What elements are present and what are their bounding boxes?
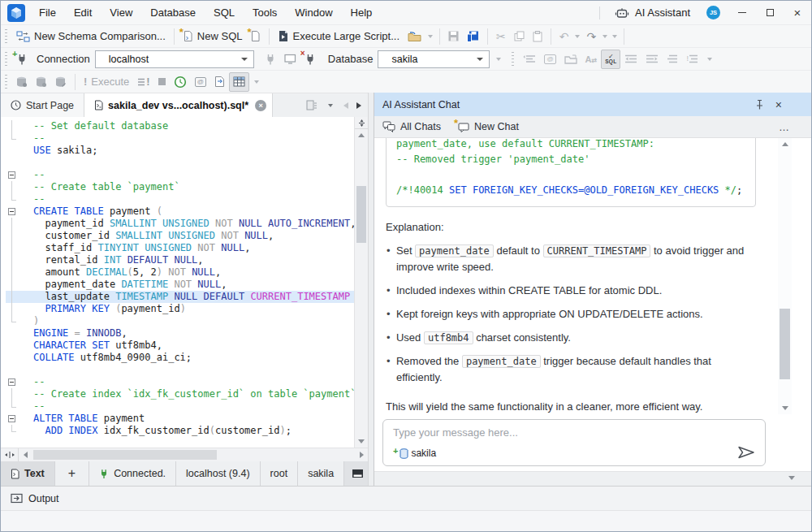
context-chip[interactable]: + sakila [393,448,436,459]
toolbar-overflow-dropdown[interactable] [707,58,712,61]
new-schema-comparison-button[interactable]: New Schema Comparison... [12,27,170,46]
user-avatar[interactable]: JS [706,6,720,19]
editor-vsplit-handle[interactable] [1,448,19,461]
scroll-track[interactable] [32,448,355,461]
execute-large-script-button[interactable]: Execute Large Script... [274,27,404,46]
database-combobox[interactable]: sakila [378,50,490,68]
menu-edit[interactable]: Edit [65,1,101,24]
scroll-down-icon[interactable] [788,476,795,480]
panel-close-icon[interactable]: × [775,99,782,110]
database-status[interactable]: sakila [298,461,344,486]
pin-icon[interactable] [755,99,764,110]
new-file-button[interactable]: * [246,27,265,46]
save-all-button[interactable] [463,27,483,46]
toolbar-overflow-dropdown[interactable] [254,80,259,84]
connection-combobox[interactable]: localhost [95,50,254,68]
query-parameters-button[interactable]: @ [191,72,210,92]
panel-splitter[interactable] [368,93,374,486]
new-chat-button[interactable]: * New Chat [457,121,519,132]
disconnect-button[interactable]: × [300,50,320,69]
align-right-button[interactable] [663,50,682,69]
execute-button[interactable]: ! Execute [80,72,133,92]
output-bar[interactable]: Output [1,486,811,510]
copy-button[interactable] [510,27,529,46]
maximize-button[interactable] [756,1,784,24]
new-sql-button[interactable]: * New SQL [179,27,247,46]
menu-window[interactable]: Window [286,1,341,24]
tab-sql-file[interactable]: sakila_dev vs...ocalhost).sql* × [84,93,273,117]
ai-assistant-button[interactable]: AI Assistant [607,1,698,24]
scroll-up-icon[interactable] [778,138,792,150]
toolbar-grip[interactable] [512,52,514,67]
stop-button[interactable] [154,72,170,92]
scroll-right-icon[interactable] [355,452,368,458]
edit-connection-button[interactable] [51,72,71,92]
scroll-track[interactable] [355,141,368,435]
send-button[interactable] [737,446,755,459]
cut-button[interactable]: ✂ [492,27,510,46]
minimize-button[interactable] [728,1,756,24]
toolbar-grip[interactable] [5,75,7,89]
paste-button[interactable] [529,27,546,46]
tab-close-icon[interactable]: × [255,100,266,111]
redo-button[interactable]: ↷ [582,27,600,46]
toolbar-overflow-dropdown[interactable] [612,35,617,38]
query-plan-button[interactable] [210,72,229,92]
tab-scroll-right-icon[interactable] [356,102,361,109]
message-input[interactable]: Type your message here... + sakila [382,419,766,466]
editor-split-handle[interactable] [355,117,368,129]
host-status[interactable]: localhost (9.4) [176,461,261,486]
scroll-thumb[interactable] [780,309,790,379]
execute-script-button[interactable]: ! [133,72,153,92]
new-connection-button[interactable]: + [12,50,32,69]
undo-dropdown[interactable] [575,35,580,38]
open-file-dropdown[interactable] [428,35,433,38]
menu-view[interactable]: View [101,1,141,24]
scroll-down-icon[interactable] [355,435,368,448]
save-button[interactable] [444,27,463,46]
indent-button[interactable] [641,50,663,69]
user-status[interactable]: root [261,461,299,486]
scroll-track[interactable] [778,150,792,402]
menu-tools[interactable]: Tools [244,1,286,24]
undo-button[interactable]: ↶ [555,27,573,46]
snippets-button[interactable] [560,50,581,69]
add-view-button[interactable]: + [55,461,89,486]
connection-status[interactable]: Connected. [89,461,176,486]
data-window-toggle[interactable] [229,72,249,92]
tab-list-icon[interactable] [306,100,317,110]
chat-scrollbar[interactable] [778,138,792,414]
menu-help[interactable]: Help [342,1,382,24]
rollback-button[interactable] [32,72,51,92]
open-file-button[interactable] [404,27,425,46]
format-sql-button[interactable]: ! [682,50,702,69]
parameters-button[interactable]: @ [540,50,559,69]
tab-start-page[interactable]: Start Page [1,93,84,117]
tab-scroll-left-icon[interactable] [343,102,348,109]
close-button[interactable]: × [784,1,811,24]
sql-window-button[interactable] [280,50,300,69]
query-history-button[interactable] [170,72,191,92]
all-chats-button[interactable]: All Chats [382,121,441,132]
editor-vertical-scrollbar[interactable] [354,117,368,448]
commit-button[interactable] [12,72,32,92]
menu-database[interactable]: Database [141,1,205,24]
menu-sql[interactable]: SQL [205,1,244,24]
outdent-button[interactable] [620,50,641,69]
toolbar-grip[interactable] [5,29,7,44]
scroll-up-icon[interactable] [355,129,368,141]
scroll-down-icon[interactable] [778,402,792,414]
chat-overflow-button[interactable]: … [779,121,803,133]
text-view-tab[interactable]: Text [1,461,55,486]
menu-file[interactable]: File [30,1,65,24]
tab-list-dropdown[interactable] [328,104,333,107]
format-comment-button[interactable] [519,50,540,69]
redo-dropdown[interactable] [603,35,607,38]
sql-syntax-check-toggle[interactable]: ✓ SQL [601,50,620,69]
toolbar-grip[interactable] [5,52,7,67]
database-dropdown[interactable] [496,58,501,61]
scroll-thumb[interactable] [356,186,366,243]
code-completion-button[interactable]: A⇄ [581,50,602,69]
editor-horizontal-scrollbar[interactable] [1,448,368,461]
sql-editor[interactable]: -- Set default database--USE sakila;----… [1,117,354,448]
